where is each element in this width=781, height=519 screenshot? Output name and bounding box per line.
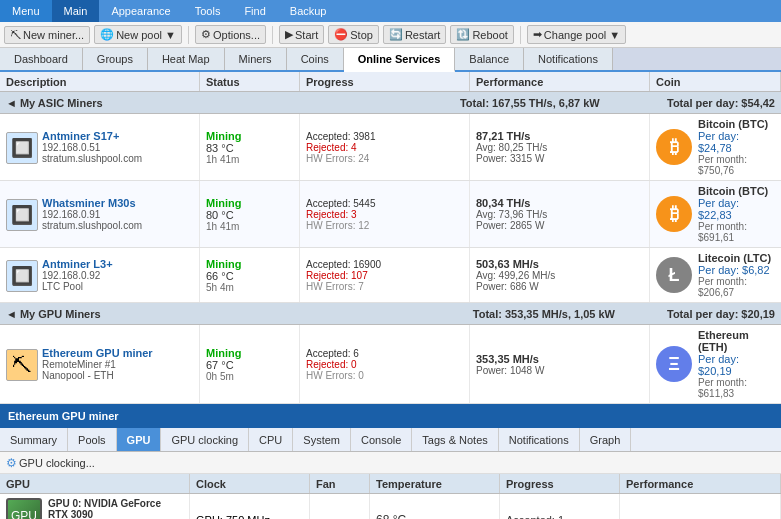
coin-icon: ₿	[656, 129, 692, 165]
toolbar-separator-2	[272, 26, 273, 44]
menu-item-appearance[interactable]: Appearance	[99, 0, 182, 22]
gpu-col-temp: Temperature	[370, 474, 500, 493]
toolbar-separator-1	[188, 26, 189, 44]
coin-month: Per month: $691,61	[698, 221, 775, 243]
tab-coins[interactable]: Coins	[287, 48, 344, 70]
gpu-miner-coin-cell: Ξ Ethereum (ETH) Per day: $20,19 Per mon…	[650, 325, 781, 403]
gpu-coin-icon: Ξ	[656, 346, 692, 382]
miner-row: 🔲 Whatsminer M30s 192.168.0.91 stratum.s…	[0, 181, 781, 248]
gpu-coin-name: Ethereum (ETH)	[698, 329, 775, 353]
miner-perf-avg: Avg: 499,26 MH/s	[476, 270, 643, 281]
gpu-miner-hw-errors: HW Errors: 0	[306, 370, 463, 381]
miner-name: Antminer L3+	[42, 258, 113, 270]
gpu-section-header: Ethereum GPU miner	[0, 404, 781, 428]
gpu-miner-row: ⛏ Ethereum GPU miner RemoteMiner #1 Nano…	[0, 325, 781, 404]
miner-row: 🔲 Antminer S17+ 192.168.0.51 stratum.slu…	[0, 114, 781, 181]
sub-tab-summary[interactable]: Summary	[0, 428, 68, 451]
sub-tab-gpu-clocking[interactable]: GPU clocking	[161, 428, 249, 451]
miner-ip: 192.168.0.92	[42, 270, 113, 281]
gpu-temp-main: 68 °C	[376, 513, 493, 520]
col-description: Description	[0, 72, 200, 91]
start-button[interactable]: ▶ Start	[279, 25, 324, 44]
menu-item-menu[interactable]: Menu	[0, 0, 52, 22]
gpu-miner-name: Ethereum GPU miner	[42, 347, 153, 359]
gpu-col-headers: GPU Clock Fan Temperature Progress Perfo…	[0, 474, 781, 494]
miner-progress-cell: Accepted: 5445 Rejected: 3 HW Errors: 12	[300, 181, 470, 247]
new-pool-button[interactable]: 🌐 New pool ▼	[94, 25, 182, 44]
gpu-chip-icon: GPU	[6, 498, 42, 519]
sub-tab-system[interactable]: System	[293, 428, 351, 451]
gpu-data-desc: GPU GPU 0: NVIDIA GeForce RTX 3090 Zotac…	[0, 494, 190, 519]
miner-icon: 🔲	[6, 132, 38, 164]
miner-icon: 🔲	[6, 199, 38, 231]
miner-pool: LTC Pool	[42, 281, 113, 292]
miner-hw-errors: HW Errors: 7	[306, 281, 463, 292]
restart-button[interactable]: 🔄 Restart	[383, 25, 446, 44]
new-miner-icon: ⛏	[10, 29, 21, 41]
coin-name: Litecoin (LTC)	[698, 252, 775, 264]
sub-tab-gpu[interactable]: GPU	[117, 428, 162, 451]
stop-button[interactable]: ⛔ Stop	[328, 25, 379, 44]
miner-name: Whatsminer M30s	[42, 197, 142, 209]
miner-time: 1h 41m	[206, 221, 293, 232]
gpu-sub-tab-bar: Summary Pools GPU GPU clocking CPU Syste…	[0, 428, 781, 452]
asic-group-label: ◄ My ASIC Miners	[6, 97, 103, 109]
sub-tab-pools[interactable]: Pools	[68, 428, 117, 451]
gpu-miner-temp: 67 °C	[206, 359, 293, 371]
tab-dashboard[interactable]: Dashboard	[0, 48, 83, 70]
gpu-clocking-icon: ⚙	[6, 456, 17, 470]
coin-month: Per month: $206,67	[698, 276, 775, 298]
menu-item-backup[interactable]: Backup	[278, 0, 339, 22]
gpu-miner-accepted: Accepted: 6	[306, 348, 463, 359]
tab-balance[interactable]: Balance	[455, 48, 524, 70]
miner-perf-power: Power: 686 W	[476, 281, 643, 292]
miner-rejected: Rejected: 3	[306, 209, 463, 220]
gpu-miner-rejected: Rejected: 0	[306, 359, 463, 370]
tab-groups[interactable]: Groups	[83, 48, 148, 70]
menu-bar: Menu Main Appearance Tools Find Backup	[0, 0, 781, 22]
main-tab-bar: Dashboard Groups Heat Map Miners Coins O…	[0, 48, 781, 72]
miner-coin-cell: ₿ Bitcoin (BTC) Per day: $24,78 Per mont…	[650, 114, 781, 180]
miner-coin-cell: Ł Litecoin (LTC) Per day: $6,82 Per mont…	[650, 248, 781, 302]
gpu-group-header: ◄ My GPU Miners Total: 353,35 MH/s, 1,05…	[0, 303, 781, 325]
col-status: Status	[200, 72, 300, 91]
menu-item-main[interactable]: Main	[52, 0, 100, 22]
miner-coin-cell: ₿ Bitcoin (BTC) Per day: $22,83 Per mont…	[650, 181, 781, 247]
miner-hw-errors: HW Errors: 24	[306, 153, 463, 164]
gpu-miner-pool: Nanopool - ETH	[42, 370, 153, 381]
reboot-button[interactable]: 🔃 Reboot	[450, 25, 513, 44]
gpu-miner-perf-main: 353,35 MH/s	[476, 353, 643, 365]
tab-heat-map[interactable]: Heat Map	[148, 48, 225, 70]
miner-perf-avg: Avg: 80,25 TH/s	[476, 142, 643, 153]
miner-status: Mining	[206, 197, 293, 209]
sub-tab-console[interactable]: Console	[351, 428, 412, 451]
menu-item-tools[interactable]: Tools	[183, 0, 233, 22]
gpu-miner-desc-cell: ⛏ Ethereum GPU miner RemoteMiner #1 Nano…	[0, 325, 200, 403]
tab-notifications[interactable]: Notifications	[524, 48, 613, 70]
sub-tab-cpu[interactable]: CPU	[249, 428, 293, 451]
gpu-data-temp: 68 °C Hotspot: 81 °C Memory: 108 °C	[370, 494, 500, 519]
gpu-col-fan: Fan	[310, 474, 370, 493]
miner-desc-cell: 🔲 Antminer S17+ 192.168.0.51 stratum.slu…	[0, 114, 200, 180]
col-performance: Performance	[470, 72, 650, 91]
change-pool-button[interactable]: ➡ Change pool ▼	[527, 25, 626, 44]
sub-tab-tags-notes[interactable]: Tags & Notes	[412, 428, 498, 451]
gpu-miner-perf-power: Power: 1048 W	[476, 365, 643, 376]
miner-perf-avg: Avg: 73,96 TH/s	[476, 209, 643, 220]
gpu-name: GPU 0: NVIDIA GeForce RTX 3090	[48, 498, 183, 519]
new-miner-button[interactable]: ⛏ New miner...	[4, 26, 90, 44]
gpu-clocking-button[interactable]: ⚙ GPU clocking...	[6, 456, 95, 470]
gpu-miner-icon: ⛏	[6, 349, 38, 381]
miner-row: 🔲 Antminer L3+ 192.168.0.92 LTC Pool Min…	[0, 248, 781, 303]
miner-perf-power: Power: 3315 W	[476, 153, 643, 164]
miners-list: 🔲 Antminer S17+ 192.168.0.51 stratum.slu…	[0, 114, 781, 303]
options-button[interactable]: ⚙ Options...	[195, 25, 266, 44]
menu-item-find[interactable]: Find	[232, 0, 277, 22]
sub-tab-notifications[interactable]: Notifications	[499, 428, 580, 451]
tab-online-services[interactable]: Online Services	[344, 48, 456, 72]
coin-day: Per day: $22,83	[698, 197, 775, 221]
coin-month: Per month: $750,76	[698, 154, 775, 176]
tab-miners[interactable]: Miners	[225, 48, 287, 70]
sub-tab-graph[interactable]: Graph	[580, 428, 632, 451]
stop-icon: ⛔	[334, 28, 348, 41]
